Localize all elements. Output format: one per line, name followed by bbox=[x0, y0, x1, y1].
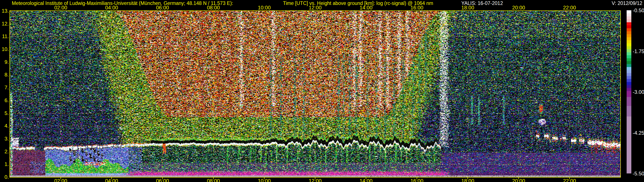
colorbar-band bbox=[626, 73, 631, 76]
y-tick-label: 4. bbox=[0, 123, 9, 129]
y-tick-label: 3. bbox=[0, 136, 9, 142]
colorbar-band bbox=[626, 67, 631, 70]
lidar-heatmap-canvas bbox=[10, 11, 620, 177]
y-tick-label: 8. bbox=[0, 72, 9, 78]
x-tick-label-top: 06:00 bbox=[156, 5, 169, 11]
colorbar-band bbox=[626, 82, 631, 85]
colorbar-band bbox=[626, 70, 631, 73]
x-tick-label-top: 10:00 bbox=[258, 5, 271, 11]
x-tickmark bbox=[569, 178, 570, 179]
colorbar-band bbox=[626, 55, 631, 58]
colorbar-band bbox=[626, 28, 631, 31]
colorbar-tick-label: -0.50 bbox=[632, 7, 644, 13]
colorbar-band bbox=[626, 37, 631, 40]
x-tickmark bbox=[60, 178, 61, 179]
colorbar-band bbox=[626, 13, 631, 16]
y-tick-label: 10. bbox=[0, 46, 9, 52]
x-tickmark bbox=[468, 178, 468, 179]
y-tick-label: 13. bbox=[0, 8, 9, 14]
colorbar-band bbox=[626, 76, 631, 79]
colorbar-band bbox=[626, 106, 631, 116]
x-tick-label-top: 20:00 bbox=[512, 5, 525, 11]
colorbar-band bbox=[626, 79, 631, 82]
colorbar-band bbox=[626, 25, 631, 28]
plot-area bbox=[10, 10, 621, 178]
colorbar bbox=[626, 10, 631, 174]
x-tick-label-top: 18:00 bbox=[461, 5, 474, 11]
y-tick-label: 6. bbox=[0, 97, 9, 103]
colorbar-band bbox=[626, 64, 631, 67]
x-tickmark bbox=[112, 178, 112, 179]
y-tick-label: 1. bbox=[0, 161, 9, 167]
x-tickmark bbox=[417, 178, 417, 179]
y-tick-label: 5. bbox=[0, 110, 9, 116]
y-tick-label: 2. bbox=[0, 149, 9, 155]
y-tick-label: 9. bbox=[0, 59, 9, 65]
x-tick-label-top: 14:00 bbox=[360, 5, 372, 11]
x-tick-label-top: 08:00 bbox=[207, 5, 220, 11]
version-stamp: V: 2012/09/12 bbox=[580, 0, 642, 6]
colorbar-band bbox=[626, 34, 631, 37]
y-tick-label: 7. bbox=[0, 85, 9, 91]
colorbar-band bbox=[626, 19, 631, 22]
colorbar-band bbox=[626, 31, 631, 34]
x-tick-label-top: 12:00 bbox=[309, 5, 322, 11]
site-title: Meteorological Institute of Ludwig-Maxim… bbox=[12, 0, 233, 6]
colorbar-tick-label: -3.00 bbox=[632, 89, 644, 95]
colorbar-tick-label: -5.50 bbox=[632, 171, 644, 177]
colorbar-band bbox=[626, 116, 631, 174]
colorbar-band bbox=[626, 46, 631, 49]
x-tickmark bbox=[264, 178, 264, 179]
colorbar-tick-label: -1.75 bbox=[632, 48, 644, 54]
colorbar-band bbox=[626, 97, 631, 106]
colorbar-band bbox=[626, 91, 631, 97]
x-tickmark bbox=[518, 178, 519, 179]
colorbar-band bbox=[626, 10, 631, 13]
y-tick-label: 12. bbox=[0, 21, 9, 27]
x-tick-label-top: 16:00 bbox=[410, 5, 423, 11]
colorbar-band bbox=[626, 61, 631, 64]
colorbar-band bbox=[626, 40, 631, 43]
x-tick-label-top: 22:00 bbox=[563, 5, 576, 11]
colorbar-band bbox=[626, 49, 631, 52]
colorbar-tick-label: -4.25 bbox=[632, 130, 644, 136]
x-tick-label-top: 02:00 bbox=[54, 5, 67, 11]
colorbar-band bbox=[626, 88, 631, 91]
colorbar-band bbox=[626, 52, 631, 55]
colorbar-band bbox=[626, 16, 631, 19]
colorbar-band bbox=[626, 85, 631, 88]
x-tickmark bbox=[315, 178, 315, 179]
x-tickmark bbox=[213, 178, 214, 179]
x-tickmark bbox=[366, 178, 366, 179]
lidar-quicklook-page: { "header": { "left": "Meteorological In… bbox=[0, 0, 644, 182]
colorbar-band bbox=[626, 43, 631, 46]
y-tick-label: 0. bbox=[0, 174, 9, 180]
colorbar-band bbox=[626, 22, 631, 25]
y-tick-label: 11. bbox=[0, 33, 9, 39]
x-tickmark bbox=[162, 178, 163, 179]
x-tick-label-top: 04:00 bbox=[105, 5, 118, 11]
colorbar-band bbox=[626, 58, 631, 61]
